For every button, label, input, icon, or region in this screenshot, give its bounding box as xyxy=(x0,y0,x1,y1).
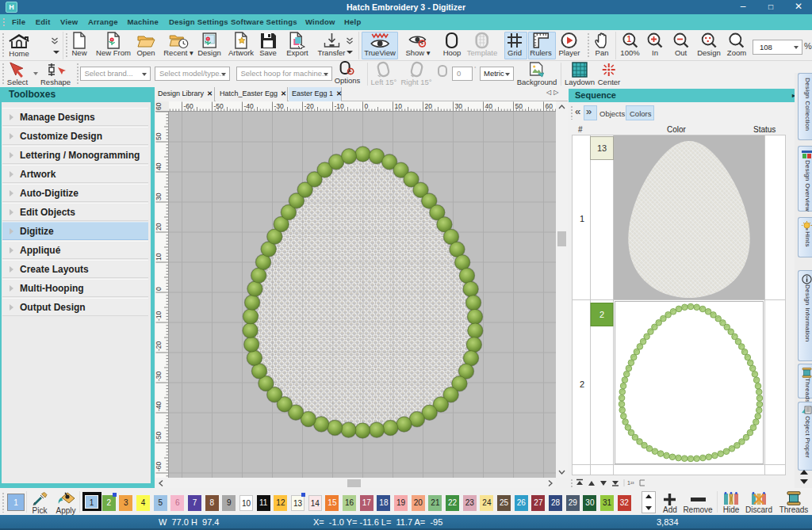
svg-text:0: 0 xyxy=(365,102,369,110)
svg-text:20: 20 xyxy=(155,223,163,231)
svg-text:-30: -30 xyxy=(274,102,285,110)
svg-text:-10: -10 xyxy=(335,102,345,110)
svg-text:2: 2 xyxy=(580,379,584,389)
svg-text:-40: -40 xyxy=(244,102,255,110)
svg-text:-10: -10 xyxy=(155,311,163,321)
svg-text:10: 10 xyxy=(395,102,403,110)
svg-text:50: 50 xyxy=(155,132,163,140)
svg-text:-60: -60 xyxy=(155,461,163,471)
svg-text:2: 2 xyxy=(599,310,604,319)
svg-text:-60: -60 xyxy=(184,102,194,110)
svg-text:-20: -20 xyxy=(304,102,315,110)
svg-text:30: 30 xyxy=(455,102,463,110)
svg-text:20: 20 xyxy=(425,102,433,110)
svg-text:0: 0 xyxy=(155,287,163,291)
svg-text:30: 30 xyxy=(155,193,163,200)
svg-text:40: 40 xyxy=(155,162,163,170)
svg-text:-50: -50 xyxy=(214,102,224,110)
svg-text:10: 10 xyxy=(155,253,163,261)
svg-text:1: 1 xyxy=(626,35,631,44)
svg-text:-30: -30 xyxy=(155,371,163,381)
svg-text:60: 60 xyxy=(546,102,553,110)
svg-text:-40: -40 xyxy=(155,401,163,411)
svg-text:1: 1 xyxy=(580,214,584,223)
svg-text:-50: -50 xyxy=(155,431,163,441)
svg-text:40: 40 xyxy=(485,102,493,110)
svg-text:1²³: 1²³ xyxy=(627,480,634,486)
svg-text:13: 13 xyxy=(597,143,607,153)
svg-text:-20: -20 xyxy=(155,341,163,351)
svg-text:60: 60 xyxy=(155,102,163,110)
svg-text:50: 50 xyxy=(515,102,523,110)
